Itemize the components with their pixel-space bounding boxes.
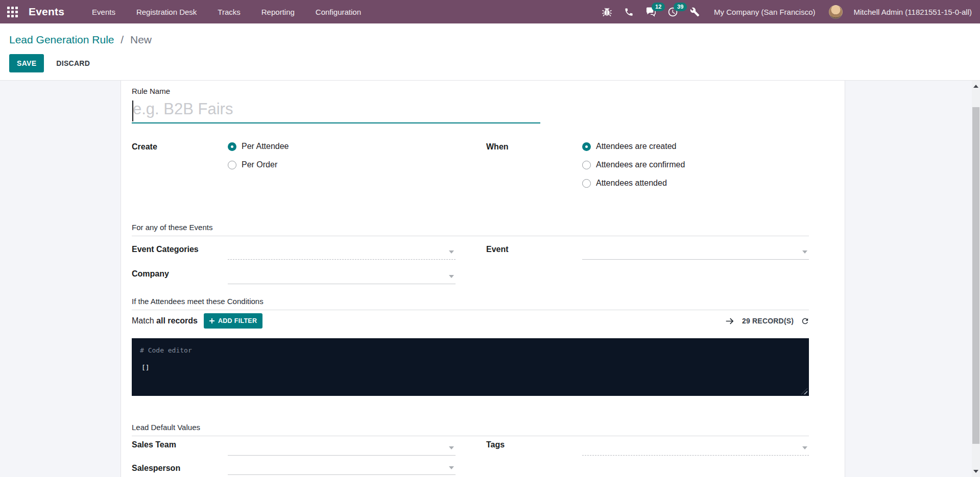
arrow-right-icon (725, 316, 735, 326)
discard-button[interactable]: DISCARD (55, 54, 91, 72)
save-button[interactable]: SAVE (9, 54, 44, 72)
radio-per-attendee[interactable]: Per Attendee (228, 142, 289, 151)
company-label: Company (132, 269, 169, 279)
radio-unselected-icon[interactable] (582, 179, 591, 188)
menu-registration-desk[interactable]: Registration Desk (136, 8, 197, 16)
code-editor[interactable]: # Code editor [] (132, 338, 809, 396)
user-avatar[interactable] (829, 5, 843, 19)
tools-icon[interactable] (689, 6, 700, 17)
event-categories-label: Event Categories (132, 245, 199, 254)
tags-field[interactable] (582, 440, 809, 456)
messages-badge[interactable]: 12 (652, 3, 665, 11)
menu-reporting[interactable]: Reporting (261, 8, 295, 16)
match-prefix: Match (132, 316, 154, 325)
match-emphasis: all records (156, 316, 198, 325)
sales-team-label: Sales Team (132, 440, 176, 449)
radio-selected-icon[interactable] (228, 142, 236, 151)
radio-unselected-icon[interactable] (582, 161, 591, 169)
company-field[interactable] (228, 268, 456, 284)
breadcrumb-current: New (130, 34, 152, 45)
activities-badge[interactable]: 39 (674, 3, 687, 11)
radio-attendees-confirmed[interactable]: Attendees are confirmed (582, 160, 685, 169)
refresh-icon[interactable] (801, 317, 809, 325)
top-navbar: Events Events Registration Desk Tracks R… (0, 0, 980, 23)
tags-label: Tags (486, 440, 505, 449)
chevron-down-icon (449, 466, 454, 469)
event-field[interactable] (582, 244, 809, 260)
code-value-line: [] (140, 363, 801, 372)
breadcrumb-separator: / (121, 34, 124, 45)
section-conditions-title: If the Attendees meet these Conditions (132, 297, 809, 310)
bug-icon[interactable] (601, 6, 612, 17)
match-text: Match all records (132, 316, 198, 325)
radio-attendees-created[interactable]: Attendees are created (582, 142, 676, 151)
breadcrumb: Lead Generation Rule / New (9, 34, 152, 46)
create-label: Create (132, 142, 157, 152)
form-action-buttons: SAVE DISCARD (9, 54, 91, 72)
chevron-down-icon (449, 275, 454, 278)
radio-attendees-attended[interactable]: Attendees attended (582, 179, 667, 188)
control-panel: Lead Generation Rule / New SAVE DISCARD (0, 23, 980, 81)
messages-icon[interactable]: 12 (645, 6, 656, 17)
scroll-thumb[interactable] (972, 107, 979, 444)
section-defaults-title: Lead Default Values (132, 423, 809, 436)
event-label: Event (486, 245, 509, 254)
chevron-down-icon (449, 446, 454, 449)
sales-team-field[interactable] (228, 440, 456, 456)
when-label: When (486, 142, 509, 152)
scroll-down-button[interactable] (972, 467, 980, 476)
activities-clock-icon[interactable]: 39 (667, 6, 678, 17)
salesperson-label: Salesperson (132, 464, 180, 473)
radio-selected-icon[interactable] (582, 142, 591, 151)
company-switcher[interactable]: My Company (San Francisco) (714, 8, 815, 16)
systray: 12 39 My Company (San Francisco) Mitchel… (601, 0, 972, 23)
records-count-link[interactable]: 29 RECORD(S) (742, 317, 794, 325)
salesperson-field[interactable] (228, 461, 456, 475)
user-menu[interactable]: Mitchell Admin (11821551-15-0-all) (853, 8, 972, 16)
event-categories-field[interactable] (228, 244, 456, 260)
menu-configuration[interactable]: Configuration (316, 8, 361, 16)
phone-icon[interactable] (623, 6, 634, 17)
menu-tracks[interactable]: Tracks (218, 8, 240, 16)
rule-name-input[interactable] (132, 98, 540, 123)
chevron-down-icon (802, 250, 807, 254)
section-events-title: For any of these Events (132, 223, 809, 236)
apps-grid-icon[interactable] (7, 7, 18, 17)
radio-unselected-icon[interactable] (228, 161, 236, 169)
text-cursor (132, 101, 133, 121)
radio-per-order[interactable]: Per Order (228, 160, 277, 169)
code-comment-line: # Code editor (140, 346, 801, 355)
add-filter-button[interactable]: ADD FILTER (204, 313, 262, 329)
rule-name-label: Rule Name (132, 87, 170, 95)
plus-icon (209, 318, 214, 323)
app-title[interactable]: Events (29, 6, 64, 18)
scroll-up-button[interactable] (972, 82, 980, 91)
vertical-scrollbar[interactable] (972, 81, 980, 477)
chevron-down-icon (449, 250, 454, 254)
resize-handle[interactable] (801, 388, 807, 394)
records-cluster: 29 RECORD(S) (725, 312, 809, 330)
domain-match-row: Match all records ADD FILTER (132, 312, 262, 330)
chevron-down-icon (802, 446, 807, 449)
main-menu: Events Registration Desk Tracks Reportin… (92, 8, 361, 16)
app-window: Events Events Registration Desk Tracks R… (0, 0, 980, 477)
menu-events[interactable]: Events (92, 8, 115, 16)
breadcrumb-root-link[interactable]: Lead Generation Rule (9, 34, 114, 45)
